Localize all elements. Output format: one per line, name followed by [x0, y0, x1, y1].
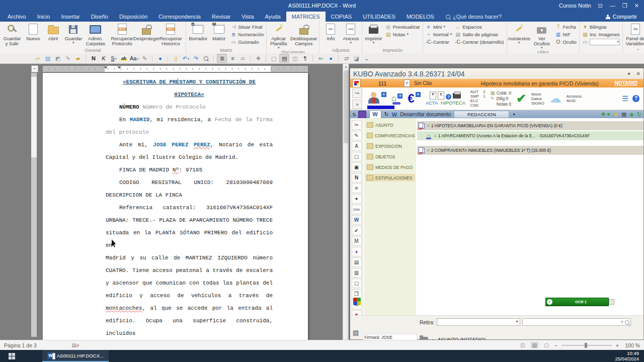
tab-utilidades[interactable]: UTILIDADES	[357, 12, 401, 22]
acta-doc-icon[interactable]	[430, 92, 436, 100]
ribbon-button-panel-de-variables[interactable]: Panel de Variables	[624, 22, 644, 51]
indent-marker[interactable]	[117, 66, 121, 69]
tab-insertar[interactable]: Insertar	[55, 12, 85, 22]
tab-copias[interactable]: COPIAS	[326, 12, 358, 22]
count-item[interactable]: ▨Colat. 0	[491, 90, 511, 96]
tab-vista[interactable]: Vista	[236, 12, 259, 22]
menu-item-asunto[interactable]: ASUNTO	[365, 121, 415, 129]
ribbon-button-info[interactable]: Info	[320, 22, 341, 47]
web-layout-icon[interactable]: ▢	[542, 342, 550, 348]
ribbon-button-notas[interactable]: ▤Notas▾	[385, 31, 420, 38]
scroll-up-icon[interactable]: ▲	[343, 64, 349, 70]
ribbon-button-situar-final[interactable]: ⊣Situar Final	[230, 23, 264, 30]
cita-label[interactable]: Sin Cita	[414, 80, 432, 86]
scrollbar-thumb[interactable]	[344, 70, 348, 143]
vertical-scrollbar[interactable]: ▲	[343, 64, 349, 340]
toolbar-icon[interactable]: ●	[326, 54, 335, 62]
redaccion-mode-select[interactable]: REDACCION	[454, 111, 509, 118]
page-indicator[interactable]: Página 1 de 3	[0, 342, 37, 348]
menu-item-estipulaciones[interactable]: ESTIPULACIONES	[365, 174, 415, 182]
zoom-in-icon[interactable]: +	[616, 342, 619, 348]
ribbon-button-abrir[interactable]: Abrir	[43, 22, 63, 47]
strip-icon[interactable]: M	[352, 236, 362, 246]
ribbon-button-ver-ocultos[interactable]: Ver Ocultos▾	[530, 22, 553, 49]
strip-icon[interactable]: N	[352, 173, 362, 183]
minimize-button[interactable]: —	[610, 3, 615, 9]
case-number[interactable]: 111	[365, 80, 400, 86]
strip-icon[interactable]: ✂	[352, 120, 362, 130]
ribbon-button-oculto[interactable]: OOculto	[555, 38, 576, 45]
ribbon-button-recuperar-historico[interactable]: Recuperar Historico	[156, 22, 185, 47]
ribbon-button-borrador[interactable]: Borrador	[187, 22, 209, 47]
strip-icon[interactable]: A	[352, 141, 362, 151]
restore-button[interactable]: ❐	[622, 3, 627, 9]
devbar-icon[interactable]: ◈	[629, 111, 633, 118]
ribbon-button-imprimir[interactable]: Imprimir▾	[363, 22, 383, 47]
toolbar-icon[interactable]: ▢	[269, 54, 278, 62]
ribbon-button-biling-e[interactable]: ▼Bilingüe	[582, 23, 620, 30]
search-icon[interactable]	[625, 320, 629, 325]
toolbar-icon[interactable]: Aa▾	[129, 54, 139, 62]
comparecientes-icon[interactable]	[367, 92, 380, 105]
menu-item-exposici-n[interactable]: EXPOSICIÓN	[365, 142, 415, 150]
menu-item-objetos[interactable]: OBJETOS	[365, 153, 415, 160]
tab-inicio[interactable]: Inicio	[32, 12, 56, 22]
kubo-title-bar[interactable]: KUBO Avanzado 3.4.8.26371 24/04 ▾ ✕	[350, 68, 643, 79]
list-item[interactable]: ⌂≡1 APARCAMIENTO (Acceso A la Estacion d…	[417, 131, 643, 140]
strip-icon[interactable]: ✎	[352, 131, 362, 140]
toolbar-icon[interactable]: N	[89, 54, 98, 62]
word-check-icon[interactable]: ✔	[516, 92, 526, 105]
toolbar-icon[interactable]: ▯	[171, 54, 180, 62]
ribbon-button-fecha[interactable]: 7Fecha	[555, 23, 576, 30]
list-icon[interactable]: ☰	[622, 95, 628, 103]
develop-document-label[interactable]: Desarrollar documento	[400, 112, 451, 117]
toolbar-icon[interactable]: ab	[119, 54, 128, 62]
ribbon-button-normal[interactable]: −Normal▾	[426, 31, 452, 38]
tab-ayuda[interactable]: Ayuda	[260, 12, 286, 22]
word-tab-icon[interactable]: W	[369, 110, 381, 119]
print-icon[interactable]	[453, 93, 461, 99]
strip-icon[interactable]: ▢	[352, 152, 362, 161]
tell-me-search[interactable]: ¿Qué desea hacer?	[440, 14, 508, 22]
refresh-icon[interactable]: ↻	[384, 111, 389, 118]
toolbar-icon[interactable]: ◩	[53, 54, 62, 62]
strip-icon[interactable]: =	[352, 184, 362, 193]
ribbon-button-combo[interactable]: ▭▾	[582, 38, 620, 45]
print-layout-icon[interactable]: ▤	[531, 342, 538, 348]
spellcheck-icon[interactable]: ▤✗	[72, 342, 79, 348]
strip-icon[interactable]: ✔	[352, 226, 362, 235]
toolbar-icon[interactable]: ●	[155, 54, 165, 62]
toolbar-icon[interactable]: ¶	[300, 54, 309, 62]
ribbon-button-guionado[interactable]: ▭Guionado	[230, 38, 264, 45]
devbar-icon[interactable]: ↻	[637, 111, 641, 118]
toolbar-icon[interactable]: ≡	[228, 54, 237, 62]
tab-dise-o[interactable]: Diseño	[86, 12, 114, 22]
fincas-icon[interactable]: ⌂	[391, 94, 396, 104]
devbar-icon[interactable]: ▼	[613, 112, 618, 118]
count-item[interactable]: Notas 0	[491, 102, 511, 107]
ribbon-button-admin-carpetas[interactable]: Admin. Carpetas	[84, 22, 108, 47]
hipoteca-doc-icon[interactable]	[438, 92, 444, 100]
mode-dropdown-icon[interactable]: ▼	[512, 113, 516, 116]
strip-icon[interactable]: ▣	[352, 162, 362, 172]
share-button[interactable]: Compartir	[599, 14, 644, 22]
tab-revisar[interactable]: Revisar	[206, 12, 236, 22]
account-name[interactable]: Cursos Notin	[559, 3, 591, 9]
cloud-upload-icon[interactable]: ☁	[549, 93, 561, 105]
zoom-slider-thumb[interactable]	[585, 343, 587, 348]
read-mode-icon[interactable]: ◫	[519, 342, 526, 348]
add-importe-icon[interactable]: +	[416, 92, 421, 97]
help-icon[interactable]: ?	[632, 95, 639, 102]
menu-item-medios-de-pago[interactable]: MEDIOS DE PAGO	[365, 163, 415, 171]
ribbon-button-desproteger[interactable]: Desproteger	[136, 22, 156, 47]
zoom-slider[interactable]	[561, 345, 612, 346]
toolbar-icon[interactable]: ▤	[279, 54, 289, 63]
vertical-ruler[interactable]	[31, 73, 37, 337]
notario-label[interactable]: NOTARIO	[615, 80, 637, 86]
ribbon-button-centrar[interactable]: -C-Centrar	[426, 38, 452, 45]
start-button[interactable]	[0, 350, 23, 362]
toolbar-icon[interactable]: ✎	[140, 54, 149, 62]
tab-matrices[interactable]: MATRICES	[286, 12, 326, 22]
document-page[interactable]: «ESCRITURA DE PRÉSTAMO Y CONSTITUCIÓN DE…	[43, 73, 308, 340]
add-compareciente-icon[interactable]: +	[381, 92, 386, 97]
